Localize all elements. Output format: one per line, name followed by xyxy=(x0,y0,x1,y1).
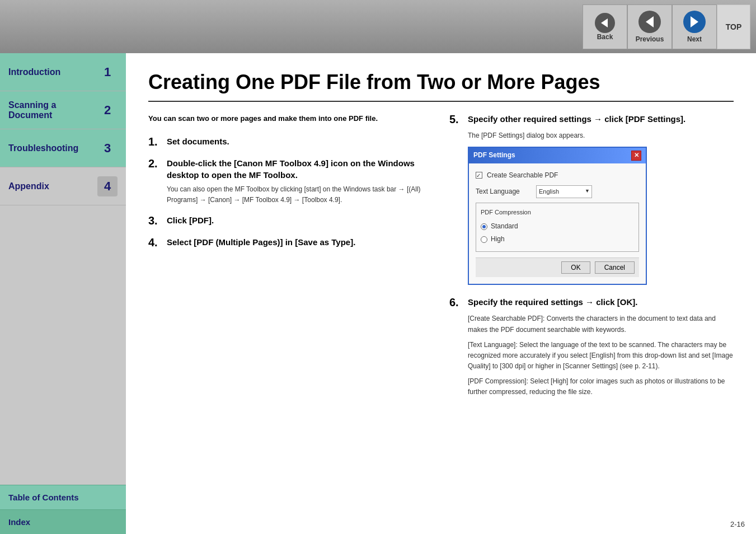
right-column: 5. Specify other required settings → cli… xyxy=(449,113,734,409)
step-6: 6. Specify the required settings → click… xyxy=(449,296,734,397)
pdf-standard-radio-row: Standard xyxy=(481,221,634,232)
step-6-title: Specify the required settings → click [O… xyxy=(468,296,637,308)
pdf-compression-section: PDF Compression Standard High xyxy=(476,203,639,252)
high-radio-label: High xyxy=(491,234,505,245)
step-5-header: 5. Specify other required settings → cli… xyxy=(449,113,734,126)
step-5-title: Specify other required settings → click … xyxy=(468,113,685,125)
step-5-body: The [PDF Settings] dialog box appears. P… xyxy=(468,130,734,285)
previous-label: Previous xyxy=(636,35,664,43)
step-4: 4. Select [PDF (Multiple Pages)] in [Sav… xyxy=(148,236,433,249)
step-1-title: Set documents. xyxy=(167,135,229,147)
step-6-para-1: [Create Searchable PDF]: Converts the ch… xyxy=(468,313,734,335)
step-2-number: 2. xyxy=(148,157,162,170)
step-6-para-3: [PDF Compression]: Select [High] for col… xyxy=(468,376,734,397)
step-6-header: 6. Specify the required settings → click… xyxy=(449,296,734,309)
top-label[interactable]: TOP xyxy=(717,4,750,49)
step-4-header: 4. Select [PDF (Multiple Pages)] in [Sav… xyxy=(148,236,433,249)
prev-arrow-icon xyxy=(646,16,654,27)
standard-radio-label: Standard xyxy=(491,221,518,232)
step-3-title: Click [PDF]. xyxy=(167,214,214,226)
next-button[interactable]: Next xyxy=(672,4,717,49)
pdf-dialog-title: PDF Settings xyxy=(473,150,515,161)
step-6-number: 6. xyxy=(449,296,463,309)
text-language-select[interactable]: English ▼ xyxy=(536,185,592,199)
sidebar-label-index: Index xyxy=(8,517,30,527)
step-2-title: Double-click the [Canon MF Toolbox 4.9] … xyxy=(167,157,433,181)
text-language-label: Text Language xyxy=(476,186,526,197)
intro-text: You can scan two or more pages and make … xyxy=(148,113,433,124)
step-2: 2. Double-click the [Canon MF Toolbox 4.… xyxy=(148,157,433,205)
step-1-number: 1. xyxy=(148,135,162,148)
sidebar-number-appendix: 4 xyxy=(97,176,118,196)
high-radio-button[interactable] xyxy=(481,236,487,243)
pdf-dialog-body: Create Searchable PDF Text Language Engl… xyxy=(469,163,646,284)
step-3-number: 3. xyxy=(148,214,162,227)
page-number: 2-16 xyxy=(730,520,745,528)
step-2-body-text: You can also open the MF Toolbox by clic… xyxy=(167,184,433,205)
page-title: Creating One PDF File from Two or More P… xyxy=(148,70,734,102)
step-1-header: 1. Set documents. xyxy=(148,135,433,148)
step-5: 5. Specify other required settings → cli… xyxy=(449,113,734,285)
sidebar-bottom: Table of Contents Index xyxy=(0,485,126,534)
sidebar-label-appendix: Appendix xyxy=(8,181,97,191)
pdf-dialog-buttons: OK Cancel xyxy=(476,257,639,277)
sidebar: Introduction 1 Scanning a Document 2 Tro… xyxy=(0,53,126,534)
sidebar-label-troubleshooting: Troubleshooting xyxy=(8,143,97,153)
step-5-body-intro: The [PDF Settings] dialog box appears. xyxy=(468,130,734,141)
standard-radio-button[interactable] xyxy=(481,223,487,230)
step-4-number: 4. xyxy=(148,236,162,249)
sidebar-number-introduction: 1 xyxy=(97,62,118,82)
sidebar-spacer xyxy=(0,205,126,485)
step-2-body: You can also open the MF Toolbox by clic… xyxy=(167,184,433,205)
create-searchable-checkbox[interactable] xyxy=(476,172,482,179)
pdf-dialog-close-button[interactable]: ✕ xyxy=(631,151,641,161)
step-1: 1. Set documents. xyxy=(148,135,433,148)
sidebar-label-toc: Table of Contents xyxy=(8,493,79,502)
pdf-dialog-titlebar: PDF Settings ✕ xyxy=(469,148,646,163)
pdf-compression-label: PDF Compression xyxy=(481,208,634,218)
sidebar-item-index[interactable]: Index xyxy=(0,509,126,534)
sidebar-number-scanning: 2 xyxy=(97,100,118,120)
step-3: 3. Click [PDF]. xyxy=(148,214,433,227)
sidebar-label-introduction: Introduction xyxy=(8,67,97,77)
sidebar-item-toc[interactable]: Table of Contents xyxy=(0,485,126,509)
pdf-cancel-button[interactable]: Cancel xyxy=(595,261,635,274)
step-4-title: Select [PDF (Multiple Pages)] in [Save a… xyxy=(167,236,355,248)
create-searchable-label: Create Searchable PDF xyxy=(487,170,558,181)
pdf-high-radio-row: High xyxy=(481,234,634,245)
step-6-para-2: [Text Language]: Select the language of … xyxy=(468,340,734,372)
next-label: Next xyxy=(687,35,702,43)
sidebar-label-scanning: Scanning a Document xyxy=(8,100,97,120)
select-arrow-icon: ▼ xyxy=(585,187,590,195)
step-2-header: 2. Double-click the [Canon MF Toolbox 4.… xyxy=(148,157,433,181)
left-column: You can scan two or more pages and make … xyxy=(148,113,433,409)
text-language-value: English xyxy=(539,188,559,195)
step-5-number: 5. xyxy=(449,113,463,126)
step-3-header: 3. Click [PDF]. xyxy=(148,214,433,227)
sidebar-item-introduction[interactable]: Introduction 1 xyxy=(0,53,126,91)
top-bar: Back Previous Next TOP xyxy=(0,0,756,53)
nav-buttons: Back Previous Next TOP xyxy=(583,4,750,49)
next-icon xyxy=(683,11,706,33)
back-label: Back xyxy=(597,33,613,41)
main-content: Creating One PDF File from Two or More P… xyxy=(126,53,756,534)
pdf-dialog-language-row: Text Language English ▼ xyxy=(476,185,639,199)
previous-button[interactable]: Previous xyxy=(627,4,672,49)
back-icon xyxy=(595,13,615,33)
back-button[interactable]: Back xyxy=(583,4,627,49)
back-arrow-icon xyxy=(601,18,608,27)
pdf-ok-button[interactable]: OK xyxy=(561,261,590,274)
next-arrow-icon xyxy=(691,16,698,27)
previous-icon xyxy=(638,11,661,33)
step-6-body: [Create Searchable PDF]: Converts the ch… xyxy=(468,313,734,397)
sidebar-item-appendix[interactable]: Appendix 4 xyxy=(0,167,126,205)
sidebar-item-scanning[interactable]: Scanning a Document 2 xyxy=(0,91,126,129)
content-columns: You can scan two or more pages and make … xyxy=(148,113,734,409)
sidebar-number-troubleshooting: 3 xyxy=(97,138,118,158)
sidebar-item-troubleshooting[interactable]: Troubleshooting 3 xyxy=(0,129,126,167)
pdf-settings-dialog: PDF Settings ✕ Create Searchable PDF Tex… xyxy=(468,147,647,285)
pdf-dialog-checkbox-row: Create Searchable PDF xyxy=(476,170,639,181)
